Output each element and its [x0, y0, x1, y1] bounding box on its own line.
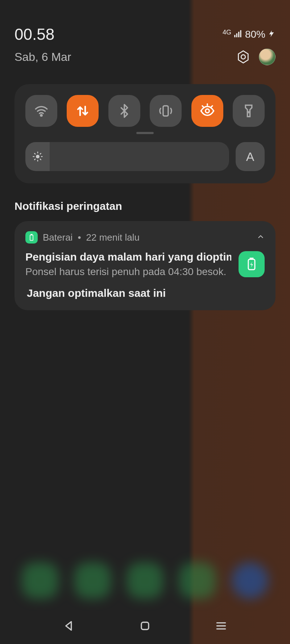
notification-title: Pengisian daya malam hari yang dioptimal… [25, 251, 231, 263]
battery-charging-icon [239, 251, 265, 277]
flashlight-icon [241, 103, 256, 119]
svg-line-17 [34, 159, 35, 160]
svg-point-6 [41, 115, 42, 116]
profile-avatar[interactable] [259, 49, 276, 65]
svg-line-15 [34, 153, 35, 154]
svg-line-16 [40, 159, 41, 160]
gear-icon [236, 50, 250, 64]
svg-rect-0 [234, 35, 235, 37]
separator-dot: • [78, 232, 81, 243]
notification-action-button[interactable]: Jangan optimalkan saat ini [25, 287, 265, 299]
auto-brightness-toggle[interactable]: A [236, 142, 265, 171]
brightness-slider[interactable] [25, 142, 229, 171]
system-nav-bar [0, 619, 290, 635]
vibrate-icon [158, 103, 173, 119]
svg-point-5 [241, 55, 245, 59]
signal-icon [233, 29, 243, 41]
chevron-up-icon [257, 233, 265, 241]
home-square-icon [138, 619, 152, 633]
settings-button[interactable] [236, 49, 251, 65]
battery-app-icon [25, 231, 38, 244]
quick-settings-panel: A [14, 84, 276, 183]
nav-home-button[interactable] [138, 619, 152, 635]
qs-expand-handle[interactable] [136, 132, 154, 134]
notification-shade[interactable]: 00.58 4G 80% Sab, 6 Mar [0, 0, 290, 644]
qs-flashlight-toggle[interactable] [233, 95, 265, 127]
svg-point-10 [36, 155, 40, 158]
qs-mobile-data-toggle[interactable] [67, 95, 99, 127]
svg-point-8 [205, 109, 209, 113]
bluetooth-icon [117, 103, 132, 119]
auto-brightness-label: A [246, 150, 254, 164]
date-text: Sab, 6 Mar [14, 50, 71, 64]
qs-wifi-toggle[interactable] [25, 95, 57, 127]
svg-rect-19 [30, 235, 33, 240]
mobile-data-icon [75, 103, 90, 119]
recent-lines-icon [214, 619, 228, 633]
notification-card[interactable]: Baterai • 22 menit lalu Pengisian daya m… [14, 221, 276, 310]
notification-timestamp: 22 menit lalu [86, 232, 140, 243]
notification-collapse-button[interactable] [257, 232, 265, 243]
svg-rect-20 [31, 234, 32, 235]
svg-rect-23 [141, 622, 149, 630]
svg-line-18 [40, 153, 41, 154]
charging-icon [268, 29, 276, 40]
brightness-icon [32, 151, 43, 162]
svg-rect-3 [240, 30, 241, 37]
notification-app-name: Baterai [43, 232, 72, 243]
nav-back-button[interactable] [62, 619, 76, 635]
svg-marker-4 [239, 51, 248, 63]
network-type-label: 4G [223, 29, 231, 36]
notification-header: Baterai • 22 menit lalu [25, 231, 265, 244]
qs-vibrate-toggle[interactable] [150, 95, 182, 127]
svg-rect-1 [236, 33, 237, 37]
svg-rect-2 [238, 32, 239, 37]
eye-icon [200, 103, 215, 119]
qs-bluetooth-toggle[interactable] [108, 95, 140, 127]
notification-message: Ponsel harus terisi penuh pada 04:30 bes… [25, 266, 231, 278]
date-row: Sab, 6 Mar [14, 49, 276, 65]
svg-rect-22 [250, 258, 253, 259]
clock-time: 00.58 [14, 25, 54, 43]
battery-percent: 80% [245, 29, 265, 40]
nav-recent-button[interactable] [214, 619, 228, 635]
wifi-icon [34, 103, 49, 119]
status-row: 00.58 4G 80% [14, 25, 276, 43]
svg-rect-7 [163, 106, 168, 116]
notifications-section-title: Notifikasi peringatan [14, 200, 276, 212]
qs-eye-comfort-toggle[interactable] [191, 95, 223, 127]
quick-settings-row [25, 95, 265, 127]
back-triangle-icon [62, 619, 76, 633]
status-icons: 4G 80% [223, 29, 276, 41]
